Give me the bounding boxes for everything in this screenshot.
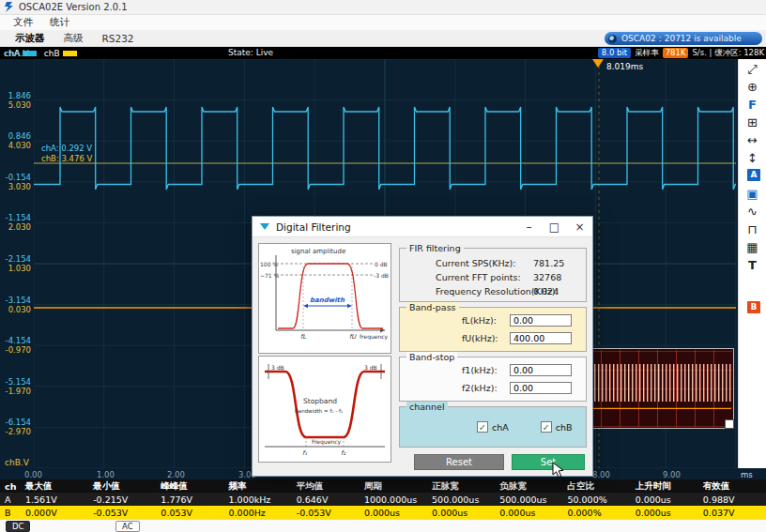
ac-coupling-toggle[interactable]: AC (115, 521, 140, 532)
svg-text:~71 %: ~71 % (260, 272, 280, 279)
chB-checkbox-label: chB (556, 422, 573, 433)
bit-depth-badge: 8.0 bit (598, 48, 631, 58)
svg-text:100 %: 100 % (260, 261, 278, 267)
dc-coupling-toggle[interactable]: DC (6, 521, 30, 532)
menu-statistics[interactable]: 统计 (42, 16, 77, 29)
chB-axis-unit: chB.V (5, 458, 29, 467)
grid-icon[interactable]: ⊞ (739, 114, 766, 131)
tab-oscilloscope[interactable]: 示波器 (6, 32, 54, 45)
f1-input[interactable] (510, 364, 572, 376)
trigger-time-label: 8.019ms (606, 62, 643, 71)
square-wave-icon[interactable]: ⊓ (739, 220, 766, 238)
sample-rate-suffix: S/s. | 缓冲区: 128K (692, 48, 764, 59)
filter-icon (260, 223, 269, 230)
svg-text:frequency: frequency (360, 333, 389, 341)
menu-bar: 文件 统计 (0, 15, 766, 30)
window-title: OSCA02E Version 2.0.1 (19, 2, 128, 12)
zoom-preview-window[interactable] (580, 348, 734, 429)
coupling-bar: DC AC (0, 519, 766, 532)
fu-input[interactable] (510, 332, 572, 344)
horizontal-cursors-icon[interactable]: ↔ (739, 131, 766, 149)
current-sps-value: 781.25 (533, 256, 564, 270)
current-sps-row: Current SPS(KHz):781.25 (400, 256, 586, 270)
chB-cursor-readout: chB: 3.476 V (41, 154, 92, 163)
bandstop-diagram: 3 dB 3 dB Stopband Bandwidth = f₂ - f₁ F… (258, 356, 391, 463)
sample-rate-value: 781K (663, 48, 689, 58)
preview-baseline (583, 408, 731, 409)
svg-text:3 dB: 3 dB (271, 364, 284, 371)
fit-view-icon[interactable]: ⤢ (739, 60, 766, 78)
y-axis-label-pair: -6.154-2.970 (0, 418, 31, 436)
sample-rate-label: 采样率 (635, 48, 659, 59)
spectrum-icon[interactable]: ∿ (739, 203, 766, 220)
fft-icon[interactable]: F (739, 96, 766, 114)
chB-color-swatch[interactable] (63, 51, 77, 56)
fu-label: fU(kHz): (462, 333, 505, 343)
x-axis-label: 8.00 (592, 470, 610, 479)
x-axis-label: 2.00 (167, 470, 185, 479)
reset-button[interactable]: Reset (414, 454, 504, 470)
chA-checkbox-label: chA (492, 422, 509, 433)
maximize-button[interactable]: □ (542, 217, 567, 237)
chA-cursor-readout: chA: 0.292 V (41, 144, 92, 153)
title-bar: OSCA02E Version 2.0.1 (0, 0, 766, 15)
chA-checkbox-check-icon[interactable]: ✓ (477, 421, 488, 433)
svg-text:Frequency: Frequency (312, 438, 341, 446)
save-icon[interactable]: ▣ (739, 185, 766, 203)
mouse-cursor (552, 462, 565, 479)
tab-advanced[interactable]: 高级 (54, 32, 93, 45)
svg-text:0 dB: 0 dB (375, 261, 388, 267)
chB-label: chB (44, 49, 60, 58)
table-row-chB: B0.000V -0.053V0.053V 0.000Hz-0.053V 0.0… (0, 506, 766, 519)
chA-checkbox[interactable]: ✓ chA (477, 421, 509, 433)
chB-position-marker[interactable]: B (747, 301, 760, 313)
svg-text:fU: fU (349, 333, 357, 341)
fir-filtering-group: FIR filtering Current SPS(KHz):781.25 Cu… (399, 248, 587, 302)
channel-group: channel ✓ chA ✓ chB (399, 406, 587, 448)
dialog-title-bar[interactable]: Digital Filtering – □ × (253, 217, 592, 237)
chA-position-marker[interactable]: A (747, 169, 760, 181)
svg-text:signal amplitude: signal amplitude (291, 248, 345, 255)
app-logo-icon (5, 2, 14, 12)
trigger-icon[interactable]: T (739, 256, 766, 274)
zoom-in-icon[interactable]: ⊕ (739, 78, 766, 96)
x-axis-label: 1.00 (97, 470, 115, 479)
freq-resolution-row: Frequency Resolution(KHz):0.024 (400, 284, 586, 298)
tab-rs232[interactable]: RS232 (93, 33, 144, 44)
svg-text:f₁: f₁ (302, 449, 307, 457)
preview-waveform (583, 364, 731, 402)
menu-file[interactable]: 文件 (6, 16, 40, 29)
fl-input[interactable] (510, 314, 572, 327)
preview-resize-handle[interactable] (725, 419, 734, 429)
chB-checkbox[interactable]: ✓ chB (541, 421, 573, 433)
x-axis-label: 9.00 (663, 470, 681, 479)
y-axis-label-pair: -5.154-1.970 (0, 378, 31, 396)
svg-text:-3 dB: -3 dB (374, 272, 389, 279)
x-axis-label: 0.00 (24, 470, 42, 479)
f2-input[interactable] (510, 382, 572, 394)
right-toolbar: ⤢ ⊕ F ⊞ ↔ ↕ ☒ ▣ ∿ ⊓ ▦ T (738, 59, 766, 468)
trigger-position-marker[interactable] (592, 59, 604, 68)
f1-label: f1(kHz): (462, 365, 505, 375)
set-button[interactable]: Set (512, 454, 585, 470)
fir-group-label: FIR filtering (406, 243, 464, 253)
svg-text:Stopband: Stopband (303, 397, 337, 405)
device-status-pill: OSCA02：20712 is available (605, 32, 762, 45)
state-live-label: State: Live (228, 48, 273, 57)
chB-checkbox-check-icon[interactable]: ✓ (541, 421, 552, 433)
minimize-button[interactable]: – (516, 217, 542, 237)
dialog-title: Digital Filtering (276, 221, 516, 233)
svg-text:fL: fL (300, 333, 306, 341)
chA-axis-unit: chA.V (5, 49, 29, 58)
close-button[interactable]: × (567, 217, 592, 237)
x-axis-unit: ms (741, 470, 753, 479)
device-status-icon (608, 35, 617, 43)
f2-label: f2(kHz): (462, 383, 505, 393)
fl-label: fL(kHz): (462, 315, 505, 326)
fft-points-row: Current FFT points:32768 (400, 270, 586, 284)
scope-status-bar: chA chB State: Live 8.0 bit 采样率 781K S/s… (0, 47, 766, 59)
channel-group-label: channel (406, 402, 448, 412)
y-axis-label-pair: 1.8465.030 (0, 92, 31, 110)
table-icon[interactable]: ▦ (739, 238, 766, 256)
vertical-cursors-icon[interactable]: ↕ (739, 149, 766, 167)
